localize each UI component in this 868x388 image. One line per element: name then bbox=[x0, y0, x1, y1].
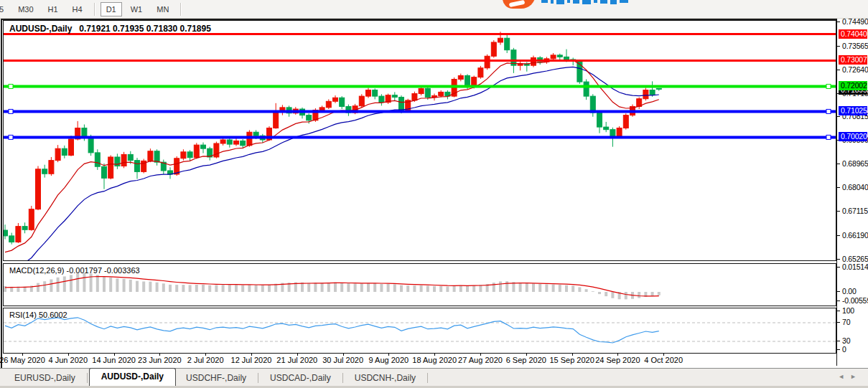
rsi-line bbox=[5, 318, 659, 343]
macd-axis--0.005595: -0.005595 bbox=[842, 296, 868, 305]
hline-price-tag-0.73007: 0.73007 bbox=[839, 55, 867, 65]
date-label-1: 26 May 2020 bbox=[0, 356, 45, 364]
price-tick-0.67115: 0.67115 bbox=[842, 207, 868, 215]
price-tick-0.70815-tick bbox=[837, 116, 840, 117]
timeframe-button-w1[interactable]: W1 bbox=[125, 2, 149, 16]
rsi-axis-100: 100 bbox=[842, 306, 854, 315]
price-chart-pane[interactable]: AUDUSD-,Daily0.71921 0.71935 0.71830 0.7… bbox=[3, 20, 836, 261]
chart-title: AUDUSD-,Daily0.71921 0.71935 0.71830 0.7… bbox=[9, 24, 218, 34]
macd-label: MACD(12,26,9) -0.001797 -0.003363 bbox=[9, 266, 140, 275]
hline-price-tag-0.72002: 0.72002 bbox=[839, 81, 867, 90]
timeframe-button-mn[interactable]: MN bbox=[151, 2, 174, 16]
macd-axis--0.005595-tick bbox=[837, 301, 840, 301]
chart-tabs: EURUSD-,DailyAUDUSD-,DailyUSDCHF-,DailyU… bbox=[4, 369, 429, 387]
date-label-4: 23 Jun 2020 bbox=[138, 356, 182, 364]
price-tick-0.65265: 0.65265 bbox=[842, 255, 868, 263]
timeframe-button-m30[interactable]: M30 bbox=[12, 2, 39, 16]
macd-axis-0.00: 0.00 bbox=[842, 287, 857, 295]
rsi-label: RSI(14) 50.6002 bbox=[9, 311, 67, 319]
date-label-2: 4 Jun 2020 bbox=[49, 356, 88, 364]
date-label-9: 9 Aug 2020 bbox=[369, 356, 409, 364]
rsi-pane[interactable]: RSI(14) 50.6002 bbox=[3, 308, 836, 354]
timeframe-button-5[interactable]: 5 bbox=[0, 2, 9, 16]
date-label-7: 21 Jul 2020 bbox=[276, 356, 317, 364]
chart-tab-usdcnh[interactable]: USDCNH-,Daily bbox=[345, 370, 426, 387]
rsi-axis-0: 0 bbox=[842, 345, 846, 354]
mt4-window: 5M30H1H4D1W1MN AUDUSD-,Daily0.71921 0.71… bbox=[0, 0, 868, 388]
hline-handle[interactable] bbox=[826, 109, 831, 113]
rsi-axis-100-tick bbox=[837, 311, 840, 311]
price-tick-0.68040: 0.68040 bbox=[842, 183, 868, 191]
price-chart-canvas[interactable] bbox=[4, 21, 836, 260]
rsi-axis-70: 70 bbox=[842, 318, 850, 326]
price-tick-0.72640-tick bbox=[837, 70, 840, 70]
chart-ohlc-quote: 0.71921 0.71935 0.71830 0.71895 bbox=[79, 24, 211, 34]
price-axis: 0.744900.735650.726400.717150.708150.698… bbox=[836, 19, 868, 366]
rsi-axis-70-tick bbox=[837, 322, 840, 323]
price-tick-0.72640: 0.72640 bbox=[842, 65, 868, 74]
date-label-11: 27 Aug 2020 bbox=[458, 356, 503, 364]
ma-slow-line bbox=[5, 67, 659, 260]
timeframe-button-d1[interactable]: D1 bbox=[101, 2, 122, 16]
price-tick-0.74490-tick bbox=[837, 22, 840, 22]
hline-handle[interactable] bbox=[9, 109, 13, 113]
price-tick-0.68040-tick bbox=[837, 187, 840, 188]
price-tick-0.73565: 0.73565 bbox=[842, 42, 868, 50]
hline-handle[interactable] bbox=[826, 84, 831, 88]
price-tick-0.68965: 0.68965 bbox=[842, 159, 868, 168]
timeframe-button-h4[interactable]: H4 bbox=[67, 2, 88, 16]
date-label-5: 2 Jul 2020 bbox=[187, 356, 224, 364]
hline-price-tag-0.71025: 0.71025 bbox=[839, 106, 867, 115]
hline-handle[interactable] bbox=[9, 135, 13, 139]
hline-price-tag-0.74040: 0.74040 bbox=[839, 29, 867, 39]
broker-logo bbox=[503, 0, 621, 9]
tab-scroll-left-icon[interactable]: ◄ bbox=[838, 373, 850, 380]
date-label-15: 4 Oct 2020 bbox=[644, 356, 683, 364]
price-tick-0.68965-tick bbox=[837, 164, 840, 164]
date-label-12: 6 Sep 2020 bbox=[506, 356, 546, 364]
chart-tab-usdcad[interactable]: USDCAD-,Daily bbox=[260, 370, 341, 387]
macd-axis-0.015142-tick bbox=[837, 267, 840, 268]
date-label-14: 24 Sep 2020 bbox=[595, 356, 640, 364]
price-tick-0.74490: 0.74490 bbox=[842, 17, 868, 26]
chart-tab-eurusd[interactable]: EURUSD-,Daily bbox=[4, 370, 85, 387]
chart-symbol: AUDUSD-,Daily bbox=[9, 24, 72, 34]
macd-pane[interactable]: MACD(12,26,9) -0.001797 -0.003363 bbox=[3, 263, 836, 306]
price-tick-0.65265-tick bbox=[837, 259, 840, 260]
hline-handle[interactable] bbox=[9, 84, 13, 88]
price-tick-0.66190-tick bbox=[837, 235, 840, 236]
macd-axis-0.00-tick bbox=[837, 291, 840, 292]
rsi-canvas[interactable] bbox=[4, 308, 836, 353]
rsi-axis-30-tick bbox=[837, 341, 840, 341]
hline-price-tag-0.70020: 0.70020 bbox=[839, 132, 867, 141]
ma-fast-line bbox=[5, 60, 659, 252]
date-label-6: 12 Jul 2020 bbox=[231, 356, 272, 364]
chart-tab-bar: EURUSD-,DailyAUDUSD-,DailyUSDCHF-,DailyU… bbox=[0, 368, 868, 387]
tab-scroll-right-icon[interactable]: ► bbox=[850, 373, 862, 380]
date-label-10: 18 Aug 2020 bbox=[412, 356, 457, 364]
price-tick-0.67115-tick bbox=[837, 211, 840, 212]
price-tick-0.66190: 0.66190 bbox=[842, 231, 868, 240]
tab-scroll-arrows[interactable]: ◄► bbox=[838, 373, 862, 380]
timeframe-button-h1[interactable]: H1 bbox=[42, 2, 64, 16]
rsi-axis-0-tick bbox=[837, 349, 840, 350]
price-tick-0.73565-tick bbox=[837, 46, 840, 47]
macd-axis-0.015142: 0.015142 bbox=[842, 262, 868, 271]
broker-logo-mark bbox=[503, 0, 536, 9]
date-label-8: 30 Jul 2020 bbox=[322, 356, 363, 364]
timeframe-toolbar: 5M30H1H4D1W1MN bbox=[0, 0, 868, 19]
date-axis: 26 May 20204 Jun 202014 Jun 202023 Jun 2… bbox=[3, 354, 836, 366]
date-label-3: 14 Jun 2020 bbox=[92, 356, 136, 364]
chart-tab-audusd[interactable]: AUDUSD-,Daily bbox=[89, 368, 176, 387]
date-label-13: 15 Sep 2020 bbox=[549, 356, 594, 364]
chart-tab-usdchf[interactable]: USDCHF-,Daily bbox=[176, 370, 256, 387]
rsi-axis-30: 30 bbox=[842, 336, 850, 345]
hline-handle[interactable] bbox=[826, 135, 831, 139]
